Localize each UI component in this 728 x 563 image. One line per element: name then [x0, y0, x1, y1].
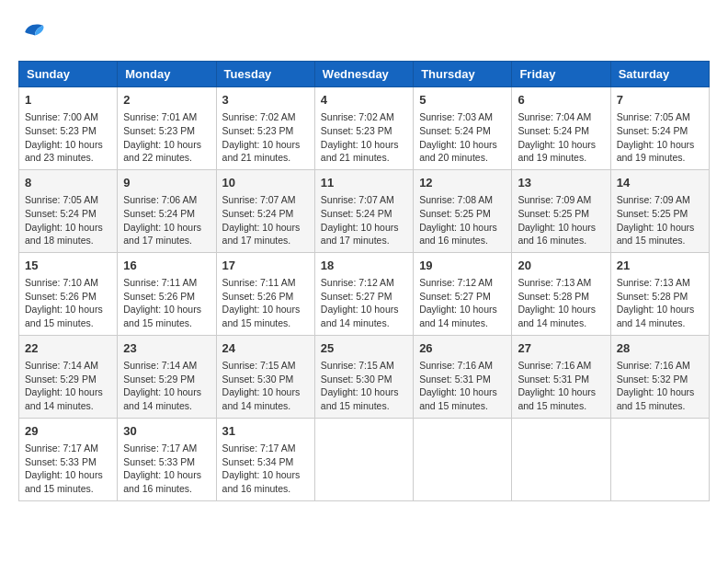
- day-number: 23: [123, 340, 210, 357]
- calendar-header-saturday: Saturday: [610, 62, 709, 87]
- day-number: 31: [222, 423, 309, 440]
- calendar-header-monday: Monday: [118, 62, 216, 87]
- logo: [18, 18, 53, 46]
- day-number: 26: [419, 340, 506, 357]
- day-number: 14: [617, 175, 703, 191]
- calendar-header-tuesday: Tuesday: [216, 62, 314, 87]
- calendar-cell: 28Sunrise: 7:16 AMSunset: 5:32 PMDayligh…: [610, 335, 709, 418]
- calendar-cell: 18Sunrise: 7:12 AMSunset: 5:27 PMDayligh…: [314, 252, 413, 335]
- calendar-cell: 12Sunrise: 7:08 AMSunset: 5:25 PMDayligh…: [414, 169, 512, 252]
- day-number: 11: [321, 175, 407, 191]
- calendar-week-row: 1Sunrise: 7:00 AMSunset: 5:23 PMDaylight…: [19, 87, 710, 170]
- calendar-cell: 20Sunrise: 7:13 AMSunset: 5:28 PMDayligh…: [512, 252, 610, 335]
- calendar-cell: 8Sunrise: 7:05 AMSunset: 5:24 PMDaylight…: [19, 169, 118, 252]
- calendar-cell: 2Sunrise: 7:01 AMSunset: 5:23 PMDaylight…: [118, 87, 216, 170]
- day-number: 7: [617, 92, 703, 109]
- calendar-cell: 25Sunrise: 7:15 AMSunset: 5:30 PMDayligh…: [314, 335, 413, 418]
- calendar-cell: 1Sunrise: 7:00 AMSunset: 5:23 PMDaylight…: [19, 87, 118, 170]
- calendar-cell: 4Sunrise: 7:02 AMSunset: 5:23 PMDaylight…: [314, 87, 413, 170]
- calendar-header-wednesday: Wednesday: [314, 62, 413, 87]
- calendar-cell: 15Sunrise: 7:10 AMSunset: 5:26 PMDayligh…: [19, 252, 118, 335]
- calendar-cell: 9Sunrise: 7:06 AMSunset: 5:24 PMDaylight…: [118, 169, 216, 252]
- calendar-cell: 13Sunrise: 7:09 AMSunset: 5:25 PMDayligh…: [512, 169, 610, 252]
- day-number: 6: [518, 92, 604, 109]
- calendar-week-row: 15Sunrise: 7:10 AMSunset: 5:26 PMDayligh…: [19, 252, 710, 335]
- day-number: 30: [123, 423, 210, 440]
- calendar-cell: 26Sunrise: 7:16 AMSunset: 5:31 PMDayligh…: [414, 335, 512, 418]
- calendar-cell: 23Sunrise: 7:14 AMSunset: 5:29 PMDayligh…: [118, 335, 216, 418]
- calendar-cell: 21Sunrise: 7:13 AMSunset: 5:28 PMDayligh…: [610, 252, 709, 335]
- calendar-cell: 3Sunrise: 7:02 AMSunset: 5:23 PMDaylight…: [216, 87, 314, 170]
- calendar-cell: 17Sunrise: 7:11 AMSunset: 5:26 PMDayligh…: [216, 252, 314, 335]
- calendar-cell: 29Sunrise: 7:17 AMSunset: 5:33 PMDayligh…: [19, 418, 118, 500]
- day-number: 2: [123, 92, 210, 109]
- day-number: 25: [321, 340, 407, 357]
- day-number: 10: [222, 175, 309, 191]
- calendar-cell: [414, 418, 512, 500]
- day-number: 28: [617, 340, 703, 357]
- calendar-cell: 19Sunrise: 7:12 AMSunset: 5:27 PMDayligh…: [414, 252, 512, 335]
- calendar-cell: 5Sunrise: 7:03 AMSunset: 5:24 PMDaylight…: [414, 87, 512, 170]
- calendar-table: SundayMondayTuesdayWednesdayThursdayFrid…: [18, 61, 710, 501]
- calendar-week-row: 22Sunrise: 7:14 AMSunset: 5:29 PMDayligh…: [19, 335, 710, 418]
- calendar-cell: [314, 418, 413, 500]
- day-number: 29: [25, 423, 111, 440]
- calendar-cell: 30Sunrise: 7:17 AMSunset: 5:33 PMDayligh…: [118, 418, 216, 500]
- calendar-cell: 14Sunrise: 7:09 AMSunset: 5:25 PMDayligh…: [610, 169, 709, 252]
- calendar-header-sunday: Sunday: [19, 62, 118, 87]
- calendar-header-row: SundayMondayTuesdayWednesdayThursdayFrid…: [19, 62, 710, 87]
- day-number: 13: [518, 175, 604, 191]
- day-number: 19: [419, 258, 506, 274]
- day-number: 27: [518, 340, 604, 357]
- day-number: 3: [222, 92, 309, 109]
- calendar-cell: [512, 418, 610, 500]
- day-number: 24: [222, 340, 309, 357]
- day-number: 8: [25, 175, 111, 191]
- calendar-week-row: 8Sunrise: 7:05 AMSunset: 5:24 PMDaylight…: [19, 169, 710, 252]
- calendar-cell: [610, 418, 709, 500]
- day-number: 20: [518, 258, 604, 274]
- page-header: [18, 18, 710, 46]
- day-number: 17: [222, 258, 309, 274]
- day-number: 15: [25, 258, 111, 274]
- calendar-cell: 7Sunrise: 7:05 AMSunset: 5:24 PMDaylight…: [610, 87, 709, 170]
- day-number: 5: [419, 92, 506, 109]
- calendar-cell: 27Sunrise: 7:16 AMSunset: 5:31 PMDayligh…: [512, 335, 610, 418]
- calendar-cell: 24Sunrise: 7:15 AMSunset: 5:30 PMDayligh…: [216, 335, 314, 418]
- calendar-week-row: 29Sunrise: 7:17 AMSunset: 5:33 PMDayligh…: [19, 418, 710, 500]
- day-number: 16: [123, 258, 210, 274]
- calendar-header-friday: Friday: [512, 62, 610, 87]
- calendar-header-thursday: Thursday: [414, 62, 512, 87]
- calendar-cell: 6Sunrise: 7:04 AMSunset: 5:24 PMDaylight…: [512, 87, 610, 170]
- calendar-cell: 10Sunrise: 7:07 AMSunset: 5:24 PMDayligh…: [216, 169, 314, 252]
- day-number: 21: [617, 258, 703, 274]
- logo-icon: [18, 18, 51, 46]
- day-number: 1: [25, 92, 111, 109]
- calendar-cell: 11Sunrise: 7:07 AMSunset: 5:24 PMDayligh…: [314, 169, 413, 252]
- day-number: 22: [25, 340, 111, 357]
- calendar-cell: 16Sunrise: 7:11 AMSunset: 5:26 PMDayligh…: [118, 252, 216, 335]
- day-number: 18: [321, 258, 407, 274]
- calendar-cell: 31Sunrise: 7:17 AMSunset: 5:34 PMDayligh…: [216, 418, 314, 500]
- day-number: 12: [419, 175, 506, 191]
- day-number: 4: [321, 92, 407, 109]
- calendar-cell: 22Sunrise: 7:14 AMSunset: 5:29 PMDayligh…: [19, 335, 118, 418]
- day-number: 9: [123, 175, 210, 191]
